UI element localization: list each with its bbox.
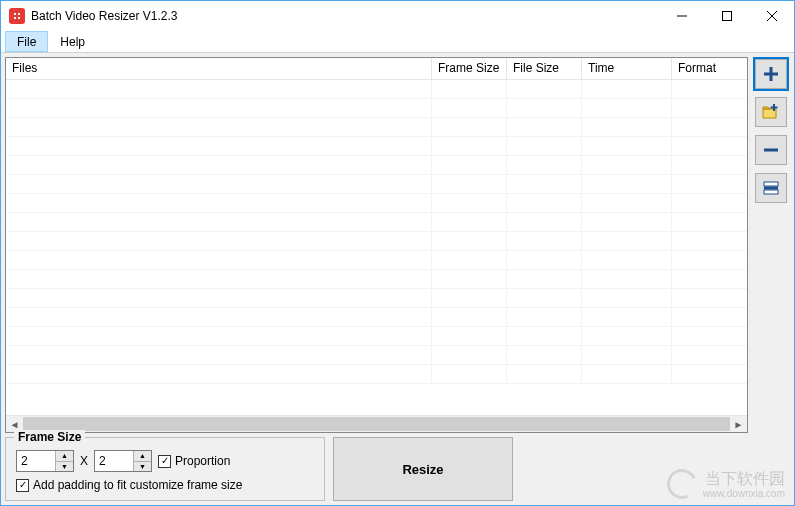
svg-rect-7	[764, 187, 778, 190]
col-files[interactable]: Files	[6, 58, 432, 79]
minus-icon	[762, 141, 780, 159]
plus-icon	[762, 65, 780, 83]
col-file-size[interactable]: File Size	[507, 58, 582, 79]
height-up-icon[interactable]: ▲	[134, 451, 151, 462]
menu-file[interactable]: File	[5, 31, 48, 52]
svg-rect-0	[722, 12, 731, 21]
svg-rect-6	[764, 182, 778, 186]
svg-rect-5	[764, 149, 778, 152]
app-window: Batch Video Resizer V1.2.3 File Help Fil…	[0, 0, 795, 506]
height-spinner[interactable]: ▲ ▼	[94, 450, 152, 472]
frame-size-group: Frame Size ▲ ▼ X	[5, 437, 325, 501]
height-input[interactable]	[95, 451, 133, 471]
add-folder-button[interactable]	[755, 97, 787, 127]
svg-rect-2	[764, 73, 778, 76]
col-time[interactable]: Time	[582, 58, 672, 79]
menubar: File Help	[1, 31, 794, 53]
app-icon	[9, 8, 25, 24]
width-down-icon[interactable]: ▼	[56, 462, 73, 472]
width-spinner[interactable]: ▲ ▼	[16, 450, 74, 472]
bottom-panel: Frame Size ▲ ▼ X	[5, 437, 748, 501]
frame-size-legend: Frame Size	[14, 430, 85, 444]
width-input[interactable]	[17, 451, 55, 471]
checkbox-icon: ✓	[16, 479, 29, 492]
col-format[interactable]: Format	[672, 58, 747, 79]
height-down-icon[interactable]: ▼	[134, 462, 151, 472]
remove-button[interactable]	[755, 135, 787, 165]
scroll-thumb[interactable]	[23, 417, 730, 431]
table-header: Files Frame Size File Size Time Format	[6, 58, 747, 80]
close-button[interactable]	[749, 1, 794, 31]
remove-all-button[interactable]	[755, 173, 787, 203]
add-file-button[interactable]	[755, 59, 787, 89]
padding-label: Add padding to fit customize frame size	[33, 478, 242, 492]
client-area: Files Frame Size File Size Time Format	[1, 53, 794, 505]
folder-plus-icon	[762, 103, 780, 121]
proportion-label: Proportion	[175, 454, 230, 468]
svg-rect-8	[764, 190, 778, 194]
table-body[interactable]	[6, 80, 747, 415]
sidebar-toolbar	[752, 57, 790, 501]
clear-all-icon	[762, 179, 780, 197]
padding-checkbox[interactable]: ✓ Add padding to fit customize frame siz…	[16, 478, 242, 492]
resize-button[interactable]: Resize	[333, 437, 513, 501]
checkbox-icon: ✓	[158, 455, 171, 468]
col-frame-size[interactable]: Frame Size	[432, 58, 507, 79]
horizontal-scrollbar[interactable]: ◄ ►	[6, 415, 747, 432]
minimize-button[interactable]	[659, 1, 704, 31]
x-separator: X	[80, 454, 88, 468]
menu-help[interactable]: Help	[48, 31, 97, 52]
proportion-checkbox[interactable]: ✓ Proportion	[158, 454, 230, 468]
titlebar: Batch Video Resizer V1.2.3	[1, 1, 794, 31]
maximize-button[interactable]	[704, 1, 749, 31]
window-title: Batch Video Resizer V1.2.3	[31, 9, 178, 23]
file-table: Files Frame Size File Size Time Format	[5, 57, 748, 433]
svg-rect-4	[771, 107, 778, 109]
scroll-right-icon[interactable]: ►	[730, 416, 747, 433]
width-up-icon[interactable]: ▲	[56, 451, 73, 462]
